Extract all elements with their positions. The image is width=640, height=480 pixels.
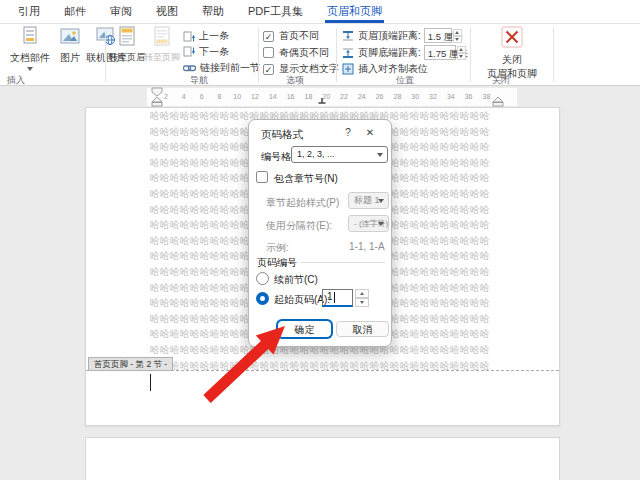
option-checkbox-奇偶页不同[interactable]: 奇偶页不同 bbox=[263, 46, 329, 60]
goto-footer-button: 转至页脚 bbox=[145, 26, 179, 64]
insert-alignment-tab-button[interactable]: 插入对齐制表位 bbox=[342, 62, 428, 76]
checked-checkbox-icon: ✓ bbox=[263, 31, 274, 42]
footer-distance-input[interactable]: 1.75 厘米 bbox=[424, 45, 456, 60]
chapter-style-combobox: 标题 1 bbox=[348, 192, 389, 209]
footer-section-tag: 首页页脚 - 第 2 节 - bbox=[88, 357, 173, 371]
center-tab-stop-marker bbox=[319, 98, 326, 103]
goto-header-button[interactable]: 转至页眉 bbox=[110, 26, 144, 64]
next-icon bbox=[183, 46, 195, 58]
chapter-style-label: 章节起始样式(P) bbox=[266, 196, 339, 210]
unchecked-checkbox-icon bbox=[263, 47, 274, 58]
footer-distance-label: 页脚底端距离: bbox=[358, 46, 421, 60]
example-label: 示例: bbox=[266, 241, 289, 255]
ok-button[interactable]: 确定 bbox=[278, 321, 331, 337]
group-separator bbox=[258, 28, 259, 82]
next-button[interactable]: 下一条 bbox=[183, 45, 229, 59]
header-distance-icon bbox=[342, 30, 354, 42]
group-separator bbox=[470, 28, 471, 82]
picture-icon bbox=[60, 26, 80, 48]
doc-parts-icon bbox=[20, 26, 40, 48]
include-chapter-label: 包含章节号(N) bbox=[274, 172, 338, 186]
insert-alignment-tab-label: 插入对齐制表位 bbox=[358, 62, 428, 76]
continue-from-previous-radio[interactable] bbox=[256, 272, 269, 285]
footer-distance-icon bbox=[342, 47, 354, 59]
option-label: 奇偶页不同 bbox=[279, 46, 329, 60]
option-checkbox-首页不同[interactable]: ✓首页不同 bbox=[263, 29, 319, 43]
right-indent-marker bbox=[493, 97, 503, 102]
group-separator bbox=[553, 28, 554, 82]
tab-审阅[interactable]: 审阅 bbox=[98, 0, 144, 23]
footer-distance-field: 页脚底端距离: 1.75 厘米 bbox=[342, 45, 466, 60]
picture-label: 图片 bbox=[60, 51, 80, 65]
hanging-indent-marker bbox=[152, 97, 162, 102]
section-divider bbox=[301, 262, 385, 263]
text-cursor bbox=[150, 374, 151, 391]
goto-footer-label: 转至页脚 bbox=[144, 51, 180, 64]
group-separator bbox=[336, 28, 337, 82]
page-number-format-dialog: 页码格式 ? ✕ 编号格式(F): 1, 2, 3, ... 包含章节号(N) … bbox=[248, 119, 392, 347]
header-distance-label: 页眉顶端距离: bbox=[358, 29, 421, 43]
right-indent-box bbox=[493, 103, 503, 107]
tab-PDF工具集[interactable]: PDF工具集 bbox=[236, 0, 315, 23]
group-separator bbox=[105, 28, 106, 82]
cancel-button[interactable]: 取消 bbox=[336, 321, 389, 337]
goto-footer-icon bbox=[154, 26, 170, 48]
numbering-section-label: 页码编号 bbox=[257, 256, 297, 270]
word-window: 引用邮件审阅视图帮助PDF工具集页眉和页脚 文档部件 图片 bbox=[0, 0, 640, 480]
include-chapter-checkbox[interactable] bbox=[256, 171, 268, 183]
ribbon-tabs: 引用邮件审阅视图帮助PDF工具集页眉和页脚 bbox=[0, 0, 640, 24]
example-value: 1-1, 1-A bbox=[349, 241, 385, 252]
link-to-previous-label: 链接到前一节 bbox=[200, 61, 260, 75]
link-to-previous-button[interactable]: 链接到前一节 bbox=[183, 61, 260, 75]
option-label: 首页不同 bbox=[279, 29, 319, 43]
chevron-down-icon bbox=[27, 67, 33, 71]
tab-引用[interactable]: 引用 bbox=[6, 0, 52, 23]
header-distance-stepper[interactable] bbox=[453, 29, 462, 43]
separator-label: 使用分隔符(E): bbox=[266, 219, 332, 233]
start-page-input[interactable]: 1 bbox=[322, 289, 353, 307]
dialog-close-button[interactable]: ✕ bbox=[363, 126, 377, 140]
tab-帮助[interactable]: 帮助 bbox=[190, 0, 236, 23]
close-header-footer-label-1: 关闭 bbox=[502, 53, 522, 67]
number-format-combobox[interactable]: 1, 2, 3, ... bbox=[291, 146, 388, 163]
document-page-2[interactable] bbox=[85, 437, 560, 480]
doc-parts-label: 文档部件 bbox=[10, 51, 50, 65]
tab-视图[interactable]: 视图 bbox=[144, 0, 190, 23]
separator-combobox: - (连字符) bbox=[348, 215, 389, 232]
continue-from-previous-label: 续前节(C) bbox=[274, 273, 318, 287]
picture-button[interactable]: 图片 bbox=[56, 26, 84, 65]
ruler-markers[interactable] bbox=[85, 86, 560, 108]
help-button[interactable]: ? bbox=[341, 126, 355, 140]
header-distance-field: 页眉顶端距离: 1.5 厘米 bbox=[342, 28, 462, 43]
dialog-title: 页码格式 bbox=[261, 128, 303, 142]
left-indent-marker bbox=[152, 103, 162, 107]
header-distance-input[interactable]: 1.5 厘米 bbox=[424, 28, 452, 43]
tab-邮件[interactable]: 邮件 bbox=[52, 0, 98, 23]
first-line-indent-marker bbox=[152, 88, 162, 96]
previous-label: 上一条 bbox=[199, 29, 229, 43]
tab-页眉和页脚[interactable]: 页眉和页脚 bbox=[315, 0, 394, 23]
goto-header-label: 转至页眉 bbox=[109, 51, 145, 64]
checked-checkbox-icon: ✓ bbox=[263, 64, 274, 75]
link-icon bbox=[183, 62, 196, 74]
previous-icon bbox=[183, 30, 195, 42]
footer-distance-stepper[interactable] bbox=[457, 46, 466, 60]
close-header-footer-icon bbox=[501, 26, 523, 50]
previous-button[interactable]: 上一条 bbox=[183, 29, 229, 43]
start-page-stepper[interactable] bbox=[355, 289, 369, 307]
insert-group-label: 插入 bbox=[7, 74, 25, 87]
start-at-radio[interactable] bbox=[256, 292, 269, 305]
ribbon: 文档部件 图片 联机图片 插入 bbox=[0, 24, 640, 86]
alignment-tab-icon bbox=[342, 63, 354, 75]
doc-parts-button[interactable]: 文档部件 bbox=[6, 26, 54, 71]
next-label: 下一条 bbox=[199, 45, 229, 59]
close-header-footer-button[interactable]: 关闭 页眉和页脚 bbox=[483, 26, 541, 81]
goto-header-icon bbox=[119, 26, 135, 48]
